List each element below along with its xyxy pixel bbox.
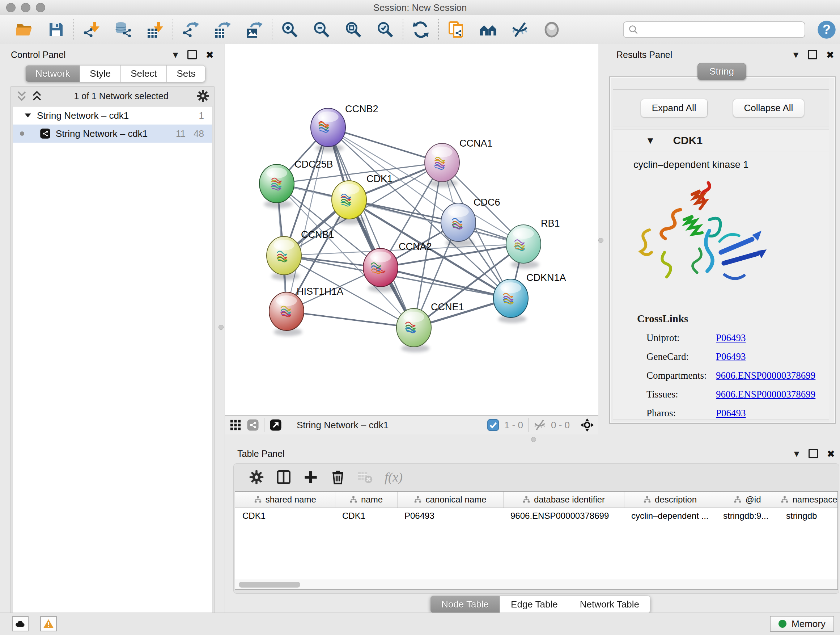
search-box[interactable] — [623, 21, 805, 38]
crosslink-link[interactable]: P06493 — [716, 404, 746, 423]
birdseye-view-icon[interactable] — [580, 418, 594, 432]
column-header-name[interactable]: name — [335, 492, 397, 508]
crosslink-link[interactable]: P06493 — [716, 328, 746, 347]
control-panel-float-icon[interactable] — [187, 50, 197, 59]
bottom-splitter-handle[interactable] — [531, 437, 536, 442]
column-header-database-identifier[interactable]: database identifier — [503, 492, 624, 508]
save-session-button[interactable] — [45, 19, 67, 41]
results-panel-close-icon[interactable]: ✖ — [826, 49, 834, 60]
node-CDC25B[interactable] — [259, 165, 294, 208]
crosslink-link[interactable]: 9606.ENSP00000378699 — [716, 385, 815, 404]
table-row[interactable]: CDK1CDK1P064939606.ENSP00000378699cyclin… — [235, 508, 838, 524]
tab-edge-table[interactable]: Edge Table — [500, 595, 569, 613]
control-panel-menu-icon[interactable]: ▼ — [173, 51, 178, 59]
search-input[interactable] — [639, 22, 800, 37]
zoom-in-button[interactable] — [279, 19, 301, 41]
zoom-out-button[interactable] — [310, 19, 333, 41]
cloud-status-button[interactable] — [12, 616, 28, 631]
network-collection-row[interactable]: String Network – cdk1 1 — [13, 106, 212, 125]
show-columns-icon[interactable] — [276, 470, 291, 485]
table-panel-menu-icon[interactable]: ▼ — [794, 450, 799, 458]
collection-expand-icon[interactable] — [23, 111, 33, 120]
protein-structure-image — [634, 176, 775, 296]
view-network-icon[interactable] — [247, 419, 259, 431]
gene-collapse-icon[interactable]: ▼ — [647, 136, 653, 145]
help-button[interactable]: ? — [817, 20, 836, 40]
table-hscrollbar-thumb[interactable] — [239, 582, 300, 587]
crosslink-link[interactable]: 9606.ENSP00000378699 — [716, 366, 815, 385]
selected-checkbox-icon[interactable] — [487, 419, 499, 431]
delete-column-icon[interactable] — [330, 470, 346, 485]
edge-CCNA2-CDKN1A[interactable] — [381, 268, 511, 298]
clone-network-button[interactable] — [445, 19, 467, 41]
collapse-all-button[interactable]: Collapse All — [733, 99, 805, 117]
tab-select[interactable]: Select — [121, 65, 167, 82]
memory-button[interactable]: Memory — [770, 616, 834, 632]
node-CDKN1A[interactable] — [493, 279, 528, 323]
control-panel-close-icon[interactable]: ✖ — [205, 49, 214, 60]
column-header--id[interactable]: @id — [716, 492, 779, 508]
node-HIST1H1A[interactable] — [269, 292, 304, 336]
node-CDK1[interactable] — [332, 181, 366, 225]
column-header-shared-name[interactable]: shared name — [235, 492, 335, 508]
main-toolbar: ? — [0, 15, 840, 44]
table-panel-close-icon[interactable]: ✖ — [827, 448, 835, 459]
tab-sets[interactable]: Sets — [167, 65, 205, 82]
results-panel-menu-icon[interactable]: ▼ — [793, 51, 799, 59]
node-CCNA1[interactable] — [425, 143, 459, 187]
node-CDC6[interactable] — [441, 203, 476, 247]
left-splitter-handle[interactable] — [218, 325, 224, 330]
tab-network[interactable]: Network — [25, 65, 80, 82]
detach-view-icon[interactable] — [270, 419, 282, 431]
export-image-button[interactable] — [243, 19, 265, 41]
node-CCNE1[interactable] — [396, 309, 431, 352]
table-panel-float-icon[interactable] — [808, 449, 818, 458]
import-network-file-button[interactable] — [80, 19, 103, 41]
node-CCNB1[interactable] — [267, 236, 302, 280]
expand-all-networks-icon[interactable] — [31, 90, 43, 102]
first-neighbors-button[interactable] — [477, 19, 499, 41]
tab-node-table[interactable]: Node Table — [430, 595, 500, 613]
export-network-button[interactable] — [180, 19, 202, 41]
tab-network-table[interactable]: Network Table — [569, 595, 651, 613]
add-column-icon[interactable] — [303, 470, 318, 485]
crosslink-row: Compartments: 9606.ENSP00000378699 — [613, 366, 832, 385]
show-all-button[interactable] — [540, 19, 563, 41]
node-RB1[interactable] — [506, 225, 541, 269]
open-session-button[interactable] — [13, 19, 35, 41]
collapse-all-networks-icon[interactable] — [16, 90, 28, 102]
results-panel-float-icon[interactable] — [808, 50, 817, 59]
network-canvas[interactable]: CCNB2 CCNA1 CDC25B CDK1 CDC6 RB1 CCNB1 C… — [225, 44, 598, 415]
zoom-selected-button[interactable] — [374, 19, 396, 41]
column-header-canonical-name[interactable]: canonical name — [397, 492, 503, 508]
column-header-description[interactable]: description — [624, 492, 716, 508]
table-options-gear-icon[interactable] — [249, 470, 264, 485]
node-CCNB2[interactable] — [311, 108, 346, 152]
edge-HIST1H1A-CCNE1[interactable] — [286, 311, 414, 328]
zoom-out-icon — [313, 21, 330, 38]
hidden-eye-icon[interactable] — [534, 419, 546, 431]
show-all-icon — [543, 21, 561, 38]
network-options-gear-icon[interactable] — [196, 89, 210, 103]
zoom-fit-button[interactable] — [342, 19, 365, 41]
tab-string[interactable]: String — [698, 63, 746, 80]
table-hscrollbar[interactable] — [235, 580, 837, 589]
first-neighbors-icon — [479, 21, 497, 38]
right-splitter-handle[interactable] — [598, 238, 603, 243]
node-CCNA2[interactable] — [363, 249, 398, 292]
hide-selected-button[interactable] — [508, 19, 531, 41]
results-scrollbar[interactable] — [829, 78, 834, 422]
expand-all-button[interactable]: Expand All — [641, 99, 707, 117]
view-grid-icon[interactable] — [229, 419, 242, 431]
apply-layout-button[interactable] — [409, 19, 432, 41]
tab-style[interactable]: Style — [80, 65, 121, 82]
warnings-button[interactable] — [40, 616, 57, 631]
edge-CCNB2-CCNE1[interactable] — [328, 127, 414, 328]
crosslink-link[interactable]: P06493 — [716, 347, 746, 366]
network-row[interactable]: String Network – cdk1 11 48 — [13, 125, 212, 143]
column-header-namespace[interactable]: namespace — [779, 492, 838, 508]
export-table-button[interactable] — [211, 19, 234, 41]
import-network-database-button[interactable] — [112, 19, 134, 41]
network-selected-status: 1 of 1 Network selected — [46, 91, 196, 101]
import-table-file-button[interactable] — [144, 19, 166, 41]
